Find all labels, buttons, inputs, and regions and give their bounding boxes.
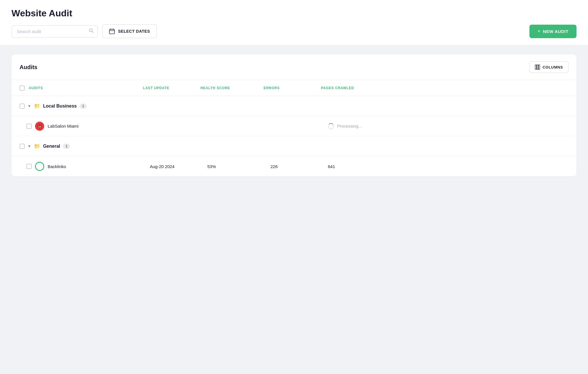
page-title: Website Audit [11,8,577,19]
col-pages-crawled: PAGES CRAWLED [321,86,568,90]
site-name-backlinko: Backlinko [48,164,66,169]
group-row-local-business: ▼ 📁 Local Business 1 [11,96,577,116]
col-errors: ERRORS [264,86,321,90]
spinner-icon [328,123,334,129]
chevron-down-icon-general[interactable]: ▼ [28,144,31,148]
group-label-local-business: Local Business [43,104,77,109]
svg-text:LS: LS [38,126,41,128]
site-row-backlinko: Backlinko Aug-20 2024 53% 226 641 [11,156,577,176]
select-all-checkbox[interactable] [20,85,25,91]
table-header: AUDITS LAST UPDATE HEALTH SCORE ERRORS P… [11,80,577,96]
columns-icon [535,65,540,70]
site-avatar-labsalon: LS [35,122,44,131]
audits-card: Audits COLUMNS AUDITS LAST UPDATE HEALTH… [11,54,577,176]
processing-label: Processing... [337,124,362,128]
search-input[interactable] [11,25,98,38]
group-name-cell: ▼ 📁 Local Business 1 [20,103,143,109]
svg-line-1 [92,32,93,33]
card-header: Audits COLUMNS [11,54,577,80]
group-checkbox-general[interactable] [20,144,25,149]
svg-rect-7 [537,65,538,69]
columns-button[interactable]: COLUMNS [529,61,568,73]
search-wrapper [11,25,98,38]
header-check-cell: AUDITS [20,85,143,91]
folder-icon-general: 📁 [34,143,40,149]
new-audit-label: NEW AUDIT [543,29,568,34]
audits-section-title: Audits [20,64,37,71]
chevron-down-icon[interactable]: ▼ [28,104,31,108]
new-audit-button[interactable]: + NEW AUDIT [529,25,577,38]
processing-cell-labsalon: Processing... [328,123,568,129]
col-audits: AUDITS [29,86,43,90]
columns-button-label: COLUMNS [543,65,563,69]
backlinko-errors: 226 [270,164,328,169]
svg-rect-8 [538,65,540,69]
site-name-cell-labsalon: LS LabSalon Miami [26,122,150,131]
col-last-update: LAST UPDATE [143,86,200,90]
folder-icon: 📁 [34,103,40,109]
backlinko-last-update: Aug-20 2024 [150,164,207,169]
backlinko-pages-crawled: 641 [328,164,568,169]
group-label-general: General [43,144,60,149]
col-health-score: HEALTH SCORE [200,86,264,90]
date-picker-button[interactable]: SELECT DATES [102,24,157,38]
toolbar: SELECT DATES + NEW AUDIT [11,24,577,38]
site-row-labsalon-miami: LS LabSalon Miami Processing... [11,116,577,136]
group-row-general: ▼ 📁 General 1 [11,136,577,156]
top-bar: Website Audit SELECT DATES + NEW AUDIT [0,0,588,45]
group-count-local-business: 1 [80,104,87,109]
calendar-icon [109,28,115,34]
plus-icon: + [537,28,541,34]
search-icon [89,28,94,34]
date-picker-label: SELECT DATES [118,29,150,34]
main-content: Audits COLUMNS AUDITS LAST UPDATE HEALTH… [0,45,588,186]
group-count-general: 1 [63,144,70,149]
backlinko-health-score: 53% [207,164,270,169]
group-checkbox-local-business[interactable] [20,104,25,109]
group-name-cell-general: ▼ 📁 General 1 [20,143,143,149]
site-checkbox-labsalon[interactable] [26,124,32,129]
site-checkbox-backlinko[interactable] [26,164,32,169]
svg-rect-2 [109,29,115,34]
site-name-cell-backlinko: Backlinko [26,162,150,171]
site-avatar-backlinko [35,162,44,171]
site-name-labsalon: LabSalon Miami [48,124,79,128]
svg-rect-6 [535,65,537,69]
